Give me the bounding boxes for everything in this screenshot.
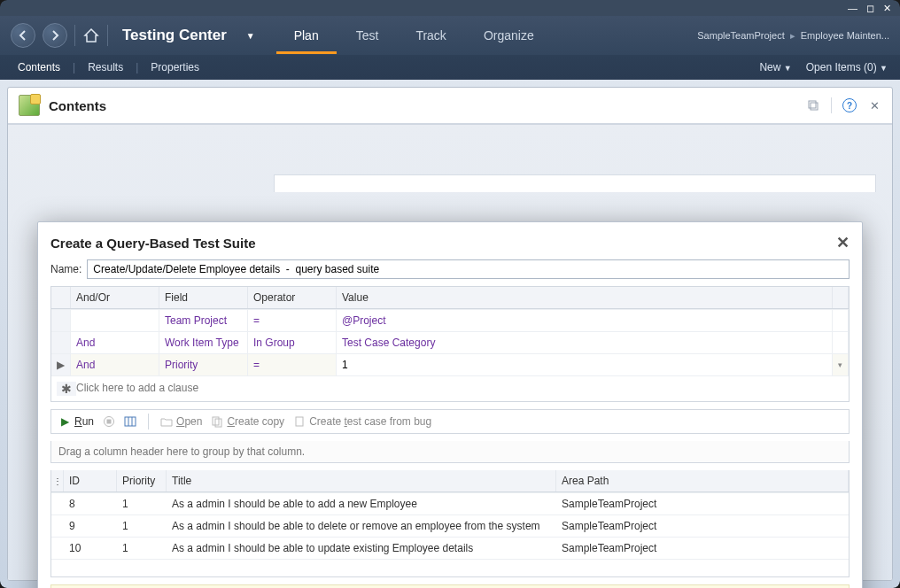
tab-test[interactable]: Test [338, 18, 397, 54]
col-andor: And/Or [71, 287, 159, 308]
add-clause-text[interactable]: Click here to add a clause [76, 382, 843, 396]
operator-cell[interactable]: = [248, 309, 337, 331]
home-button[interactable] [82, 27, 100, 44]
help-icon[interactable]: ? [842, 98, 857, 112]
field-cell[interactable]: Work Item Type [159, 331, 248, 353]
copy-link-icon[interactable] [806, 98, 820, 112]
separator: | [73, 61, 75, 74]
forward-button[interactable] [43, 23, 67, 48]
value-cell[interactable]: @Project [337, 309, 833, 331]
results-toolbar: ▶ RRunun Open [50, 409, 850, 434]
subtab-contents[interactable]: Contents [12, 58, 66, 77]
col-title[interactable]: Title [167, 470, 556, 491]
field-cell[interactable]: Priority [159, 353, 248, 375]
col-priority[interactable]: Priority [117, 470, 167, 491]
breadcrumb-plan[interactable]: Employee Mainten... [801, 30, 889, 41]
cell-priority: 1 [117, 514, 167, 537]
back-button[interactable] [11, 23, 35, 48]
copy-icon [211, 415, 223, 428]
separator: | [136, 61, 138, 74]
restore-button[interactable]: ◻ [866, 3, 874, 14]
svg-rect-3 [107, 420, 112, 424]
andor-cell[interactable]: And [71, 353, 159, 375]
cell-area: SampleTeamProject [556, 537, 849, 559]
col-operator: Operator [248, 287, 337, 308]
andor-cell[interactable]: And [71, 331, 159, 353]
new-menu[interactable]: New ▼ [759, 61, 791, 74]
table-row[interactable]: 9 1 As a admin I should be able to delet… [51, 514, 849, 537]
query-row[interactable]: ▶ And Priority = 1 ▾ [51, 353, 849, 375]
chevron-down-icon: ▼ [880, 64, 888, 73]
arrow-left-icon [17, 29, 29, 42]
home-icon [83, 27, 99, 43]
add-clause-marker-icon: ✱ [57, 382, 76, 396]
andor-cell[interactable] [71, 309, 159, 331]
cell-area: SampleTeamProject [556, 492, 849, 514]
cell-area: SampleTeamProject [556, 514, 849, 537]
separator [107, 25, 108, 46]
open-button[interactable]: Open [160, 415, 202, 428]
stop-icon[interactable] [103, 415, 115, 428]
app-window: — ◻ ✕ Testing Center ▼ Plan Test Track O… [0, 0, 900, 588]
value-cell[interactable]: Test Case Category [337, 331, 833, 353]
results-summary: Query results: 3 results found. [50, 584, 850, 588]
operator-cell[interactable]: In Group [248, 331, 337, 353]
tab-organize[interactable]: Organize [466, 18, 552, 54]
current-row-marker: ▶ [51, 353, 71, 375]
suite-name-input[interactable] [87, 259, 850, 279]
separator [831, 97, 832, 113]
window-close-button[interactable]: ✕ [883, 3, 891, 14]
field-cell[interactable]: Team Project [159, 309, 248, 331]
svg-rect-9 [296, 417, 303, 426]
cell-priority: 1 [117, 537, 167, 559]
cell-id: 9 [64, 514, 117, 537]
cell-id: 8 [64, 492, 117, 514]
dialog-close-button[interactable]: ✕ [836, 233, 850, 252]
create-copy-button[interactable]: Create copy [211, 415, 284, 428]
query-builder: And/Or Field Operator Value Team Project… [50, 286, 850, 402]
grip-icon[interactable]: ⋮ [51, 470, 64, 491]
table-row[interactable]: 8 1 As a admin I should be able to add a… [51, 492, 849, 514]
separator [74, 25, 75, 46]
add-clause-row[interactable]: ✱ Click here to add a clause [51, 375, 849, 401]
folder-open-icon [160, 415, 173, 428]
suite-icon [19, 95, 40, 116]
query-row[interactable]: Team Project = @Project [51, 309, 849, 331]
results-table: ⋮ ID Priority Title Area Path 8 1 As a a… [50, 470, 850, 577]
group-by-hint[interactable]: Drag a column header here to group by th… [50, 441, 850, 463]
col-id[interactable]: ID [64, 470, 117, 491]
run-button[interactable]: ▶ RRunun [58, 415, 94, 428]
tab-plan[interactable]: Plan [276, 18, 337, 54]
create-query-suite-dialog: Create a Query-Based Test Suite ✕ Name: … [37, 221, 863, 588]
table-row[interactable]: 10 1 As a admin I should be able to upda… [51, 537, 849, 559]
operator-cell[interactable]: = [248, 353, 337, 375]
panel-header: Contents ? ✕ [8, 88, 892, 124]
chevron-down-icon: ▼ [784, 64, 792, 73]
col-area[interactable]: Area Path [556, 470, 849, 491]
app-switcher[interactable]: ▼ [241, 31, 260, 41]
svg-rect-0 [809, 101, 816, 108]
app-title: Testing Center [115, 27, 234, 44]
cell-title: As a admin I should be able to add a new… [167, 492, 556, 514]
query-row[interactable]: And Work Item Type In Group Test Case Ca… [51, 331, 849, 353]
panel-title: Contents [49, 98, 106, 113]
value-dropdown-icon[interactable]: ▾ [833, 353, 849, 375]
svg-rect-4 [125, 417, 136, 426]
value-cell[interactable]: 1 [337, 353, 833, 375]
minimize-button[interactable]: — [848, 3, 857, 13]
app-header: Testing Center ▼ Plan Test Track Organiz… [0, 16, 900, 55]
tab-track[interactable]: Track [398, 18, 463, 54]
breadcrumb[interactable]: SampleTeamProject ▸ Employee Mainten... [697, 30, 889, 42]
cell-title: As a admin I should be able to delete or… [167, 514, 556, 537]
breadcrumb-project[interactable]: SampleTeamProject [697, 30, 784, 41]
subtab-properties[interactable]: Properties [145, 58, 205, 77]
panel-close-button[interactable]: ✕ [867, 98, 881, 112]
create-from-bug-button[interactable]: Create test case from bug [293, 415, 431, 428]
open-items-menu[interactable]: Open Items (0) ▼ [806, 61, 888, 74]
play-icon: ▶ [58, 415, 71, 428]
cell-priority: 1 [117, 492, 167, 514]
subtab-results[interactable]: Results [82, 58, 128, 77]
svg-rect-1 [811, 103, 818, 110]
col-value: Value [337, 287, 833, 308]
columns-icon[interactable] [124, 415, 136, 428]
